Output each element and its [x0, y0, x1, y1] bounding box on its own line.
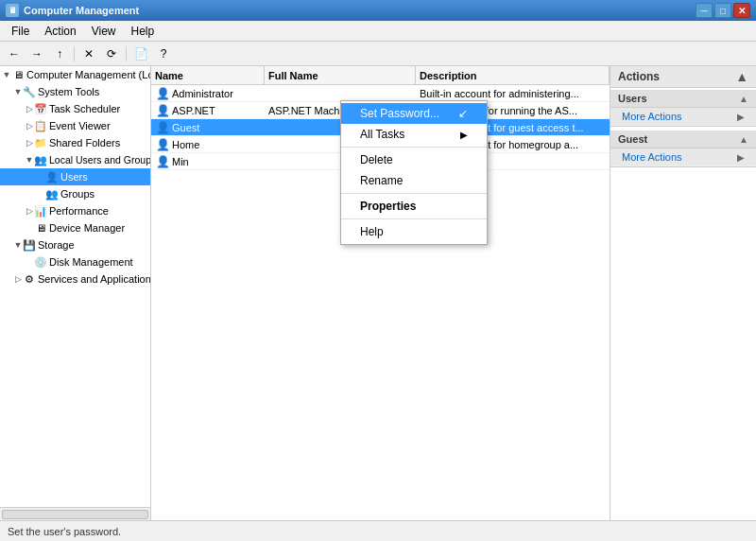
tree-performance[interactable]: ▷ 📊 Performance	[0, 202, 150, 219]
local-users-icon: 👥	[34, 153, 47, 166]
tree-users[interactable]: ▷ 👤 Users	[0, 168, 150, 185]
context-menu: Set Password... ↙ All Tasks ▶ Delete Ren…	[340, 100, 488, 245]
root-arrow: ▼	[2, 70, 11, 79]
user-name: Guest	[172, 122, 199, 133]
user-icon: 👤	[155, 86, 170, 101]
shared-folders-label: Shared Folders	[49, 137, 120, 148]
tree-disk-management[interactable]: ▷ 💿 Disk Management	[0, 253, 150, 270]
task-scheduler-label: Task Scheduler	[49, 103, 120, 114]
toolbar-sep-2	[126, 46, 127, 61]
col-name[interactable]: Name	[151, 66, 265, 84]
user-name-cell: 👤 Guest	[151, 120, 265, 135]
tree-shared-folders[interactable]: ▷ 📁 Shared Folders	[0, 134, 150, 151]
task-scheduler-icon: 📅	[34, 102, 47, 115]
actions-guest-header[interactable]: Guest ▲	[610, 131, 756, 148]
ctx-help-label: Help	[360, 225, 384, 238]
actions-users-more[interactable]: More Actions ▶	[610, 108, 756, 126]
ctx-sep-1	[341, 147, 487, 148]
h-scrollbar-thumb[interactable]	[2, 510, 148, 519]
tree-task-scheduler[interactable]: ▷ 📅 Task Scheduler	[0, 100, 150, 117]
col-description[interactable]: Description	[416, 66, 610, 84]
event-viewer-arrow: ▷	[25, 121, 34, 131]
menu-help[interactable]: Help	[124, 21, 163, 41]
services-icon: ⚙	[23, 272, 36, 286]
groups-icon: 👥	[45, 187, 59, 201]
local-users-label: Local Users and Groups	[49, 154, 151, 166]
user-name-cell: 👤 Administrator	[151, 86, 265, 101]
storage-label: Storage	[38, 239, 75, 251]
toolbar-back[interactable]: ←	[4, 44, 25, 63]
actions-guest-more[interactable]: More Actions ▶	[610, 148, 756, 166]
toolbar-up[interactable]: ↑	[49, 44, 70, 63]
toolbar-forward[interactable]: →	[26, 44, 47, 63]
performance-icon: 📊	[34, 204, 47, 218]
storage-icon: 💾	[23, 238, 36, 252]
maximize-button[interactable]: □	[714, 3, 731, 18]
system-tools-label: System Tools	[38, 86, 99, 97]
device-manager-icon: 🖥	[34, 221, 47, 235]
actions-title: Actions	[618, 70, 660, 83]
ctx-delete-label: Delete	[360, 153, 393, 166]
services-arrow: ▷	[13, 274, 23, 284]
ctx-set-password-label: Set Password...	[360, 107, 439, 120]
ctx-all-tasks[interactable]: All Tasks ▶	[341, 124, 487, 145]
tree-storage[interactable]: ▼ 💾 Storage	[0, 236, 150, 253]
more-actions-arrow-1: ▶	[737, 112, 745, 122]
horizontal-scroll[interactable]	[0, 507, 150, 520]
user-name-cell: 👤 Home	[151, 137, 265, 152]
disk-mgmt-label: Disk Management	[49, 256, 133, 268]
column-headers: Name Full Name Description	[151, 66, 610, 85]
user-icon: 👤	[155, 120, 170, 135]
col-fullname[interactable]: Full Name	[265, 66, 416, 84]
ctx-rename-label: Rename	[360, 174, 403, 187]
ctx-rename[interactable]: Rename	[341, 170, 487, 191]
toolbar-properties[interactable]: 📄	[130, 44, 151, 63]
system-tools-icon: 🔧	[23, 85, 36, 98]
actions-users-section: Users ▲ More Actions ▶	[610, 90, 756, 127]
col-description-label: Description	[420, 70, 477, 81]
guest-section-arrow: ▲	[739, 134, 748, 145]
ctx-help[interactable]: Help	[341, 221, 487, 242]
system-tools-arrow: ▼	[13, 87, 23, 96]
ctx-delete[interactable]: Delete	[341, 149, 487, 170]
ctx-set-password[interactable]: Set Password... ↙	[341, 103, 487, 124]
toolbar-cancel[interactable]: ✕	[78, 44, 99, 63]
main-container: ▼ 🖥 Computer Management (Local ▼ 🔧 Syste…	[0, 66, 756, 520]
user-name: Min	[172, 156, 189, 167]
shared-folders-arrow: ▷	[25, 138, 34, 148]
user-name-cell: 👤 Min	[151, 154, 265, 169]
groups-label: Groups	[60, 188, 94, 200]
tree-system-tools[interactable]: ▼ 🔧 System Tools	[0, 83, 150, 100]
tree-local-users-groups[interactable]: ▼ 👥 Local Users and Groups	[0, 151, 150, 168]
user-icon: 👤	[155, 154, 170, 169]
actions-guest-section: Guest ▲ More Actions ▶	[610, 131, 756, 167]
users-section-arrow: ▲	[739, 94, 748, 104]
tree-groups[interactable]: ▷ 👥 Groups	[0, 185, 150, 202]
ctx-properties[interactable]: Properties	[341, 196, 487, 217]
actions-users-header[interactable]: Users ▲	[610, 90, 756, 108]
close-button[interactable]: ✕	[733, 3, 750, 18]
user-name-cell: 👤 ASP.NET	[151, 103, 265, 118]
toolbar-help[interactable]: ?	[153, 44, 174, 63]
user-name: ASP.NET	[172, 105, 215, 116]
ctx-all-tasks-label: All Tasks	[360, 128, 404, 141]
local-users-arrow: ▼	[25, 155, 34, 165]
tree-device-manager[interactable]: ▷ 🖥 Device Manager	[0, 219, 150, 236]
shared-folders-icon: 📁	[34, 136, 47, 149]
menu-file[interactable]: File	[4, 21, 37, 41]
tree-services[interactable]: ▷ ⚙ Services and Applications	[0, 270, 150, 288]
user-icon: 👤	[155, 137, 170, 152]
col-name-label: Name	[155, 70, 183, 81]
root-label: Computer Management (Local	[26, 69, 151, 80]
menu-view[interactable]: View	[84, 21, 124, 41]
menu-action[interactable]: Action	[37, 21, 83, 41]
minimize-button[interactable]: ─	[696, 3, 713, 18]
performance-label: Performance	[49, 205, 109, 217]
tree-event-viewer[interactable]: ▷ 📋 Event Viewer	[0, 117, 150, 134]
users-icon: 👤	[45, 170, 59, 183]
event-viewer-icon: 📋	[34, 119, 47, 132]
actions-header-arrow: ▲	[735, 69, 748, 84]
col-fullname-label: Full Name	[268, 70, 318, 81]
tree-root[interactable]: ▼ 🖥 Computer Management (Local	[0, 66, 150, 83]
toolbar-refresh[interactable]: ⟳	[101, 44, 122, 63]
